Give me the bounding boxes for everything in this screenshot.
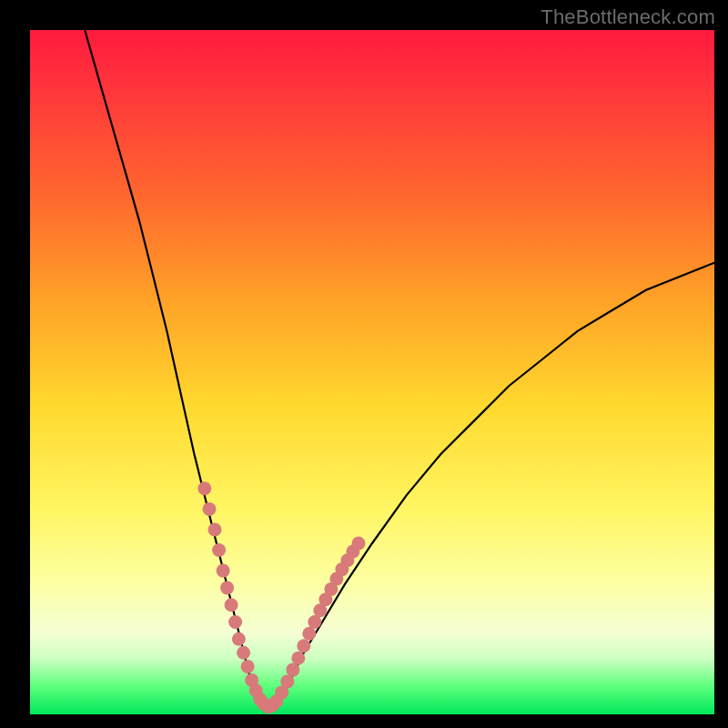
highlight-dot xyxy=(297,639,310,652)
highlight-dot xyxy=(291,652,305,665)
highlight-dot xyxy=(308,615,321,629)
highlight-dot xyxy=(237,646,250,660)
highlight-dot xyxy=(225,598,238,612)
highlight-dot xyxy=(352,537,366,551)
highlight-dot xyxy=(212,543,226,557)
highlight-dot xyxy=(302,627,316,641)
watermark-text: TheBottleneck.com xyxy=(541,5,715,29)
highlight-dots-group xyxy=(197,481,365,713)
highlight-dot xyxy=(203,502,217,516)
highlight-dot xyxy=(220,581,234,594)
highlight-dot xyxy=(228,615,242,629)
highlight-dot xyxy=(241,660,255,673)
highlight-dot xyxy=(197,481,211,495)
highlight-dot xyxy=(208,523,222,537)
highlight-dot xyxy=(280,674,294,688)
highlight-dot xyxy=(232,632,246,646)
highlight-dot xyxy=(286,663,299,677)
bottleneck-curve xyxy=(85,30,714,708)
highlight-dot xyxy=(217,564,230,578)
chart-svg xyxy=(30,30,714,714)
